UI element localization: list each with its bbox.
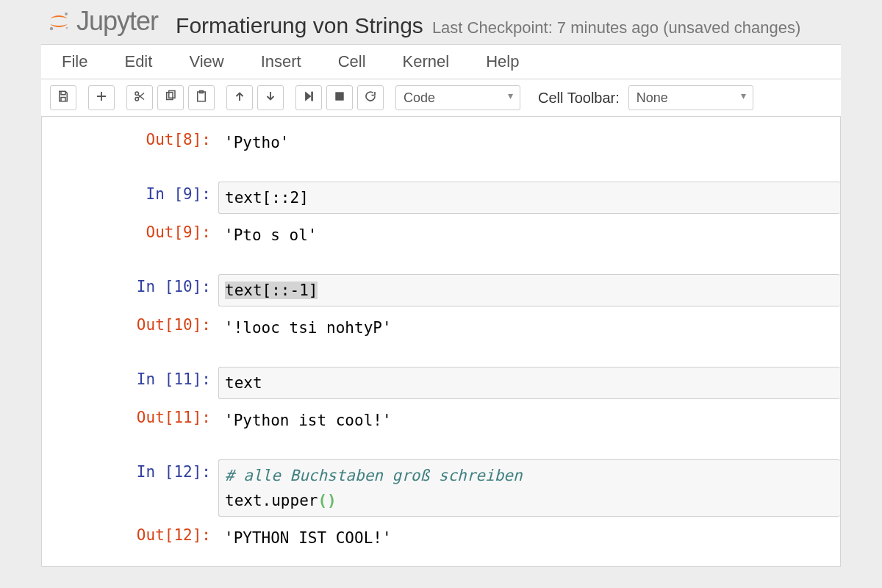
checkpoint-text: Last Checkpoint: 7 minutes ago (unsaved … [432,18,800,37]
out-prompt: Out[11]: [42,405,218,430]
menu-view[interactable]: View [186,48,226,76]
jupyter-wordmark: Jupyter [76,6,158,37]
refresh-icon [364,90,377,106]
save-button[interactable] [50,85,76,110]
output-text: '!looc tsi nohtyP' [218,312,840,343]
svg-point-0 [65,12,68,15]
cell-in[interactable]: In [11]: text [42,364,840,402]
move-up-button[interactable] [226,85,253,110]
cell-type-select[interactable]: Code [395,85,520,110]
svg-point-1 [50,27,53,30]
out-prompt: Out[9]: [42,220,218,245]
copy-button[interactable] [157,85,184,110]
svg-point-2 [66,27,68,29]
in-prompt: In [10]: [42,274,218,299]
menu-insert[interactable]: Insert [258,48,304,76]
cell-in[interactable]: In [9]: text[::2] [42,179,840,217]
cell-out: Out[9]: 'Pto s ol' [42,217,840,254]
arrow-down-icon [264,90,277,106]
plus-icon [95,90,108,106]
notebook-header: Jupyter Formatierung von Strings Last Ch… [0,0,882,44]
svg-rect-10 [336,93,344,101]
output-text: 'Python ist cool!' [218,405,840,436]
jupyter-logo[interactable]: Jupyter [47,6,158,37]
menu-kernel[interactable]: Kernel [400,48,453,76]
in-prompt: In [11]: [42,367,218,392]
menu-edit[interactable]: Edit [121,48,155,76]
title-area: Formatierung von Strings Last Checkpoint… [176,13,800,38]
cell-out: Out[12]: 'PYTHON IST COOL!' [42,520,840,556]
in-prompt: In [12]: [42,459,218,484]
save-icon [57,90,70,106]
notebook-area[interactable]: Out[8]: 'Pytho' In [9]: text[::2] Out[9]… [41,117,841,567]
paste-button[interactable] [188,85,215,110]
svg-rect-9 [312,92,313,101]
run-button[interactable] [295,85,322,110]
copy-icon [164,90,177,106]
cell-out: Out[11]: 'Python ist cool!' [42,402,840,439]
out-prompt: Out[10]: [42,312,218,337]
cut-button[interactable] [126,85,153,110]
jupyter-icon [47,10,71,33]
in-prompt: In [9]: [42,182,218,207]
menu-cell[interactable]: Cell [335,48,369,76]
cell-in[interactable]: In [10]: text[::-1] [42,271,840,309]
menubar: File Edit View Insert Cell Kernel Help [41,44,841,79]
cell-out: Out[8]: 'Pytho' [42,124,840,161]
code-input[interactable]: text [218,367,840,399]
menu-help[interactable]: Help [483,48,522,76]
arrow-up-icon [233,90,246,106]
step-forward-icon [302,90,315,106]
cell-toolbar-label: Cell Toolbar: [538,90,620,107]
menu-file[interactable]: File [59,48,90,76]
move-down-button[interactable] [257,85,284,110]
cell-in[interactable]: In [12]: # alle Buchstaben groß schreibe… [42,456,840,520]
out-prompt: Out[8]: [42,127,218,152]
toolbar: Code Cell Toolbar: None [41,79,841,117]
notebook-title[interactable]: Formatierung von Strings [176,13,423,38]
restart-button[interactable] [357,85,384,110]
output-text: 'Pytho' [218,127,840,158]
svg-rect-5 [167,93,173,100]
out-prompt: Out[12]: [42,523,218,548]
interrupt-button[interactable] [326,85,353,110]
output-text: 'Pto s ol' [218,220,840,251]
add-cell-button[interactable] [88,85,115,110]
code-input[interactable]: # alle Buchstaben groß schreibentext.upp… [218,459,840,517]
code-input[interactable]: text[::2] [218,182,840,214]
output-text: 'PYTHON IST COOL!' [218,523,840,553]
svg-rect-6 [169,91,175,98]
scissors-icon [133,90,146,106]
cell-out: Out[10]: '!looc tsi nohtyP' [42,309,840,346]
code-input[interactable]: text[::-1] [218,274,840,306]
stop-icon [333,90,346,106]
cell-toolbar-select[interactable]: None [628,85,753,110]
paste-icon [195,90,208,106]
